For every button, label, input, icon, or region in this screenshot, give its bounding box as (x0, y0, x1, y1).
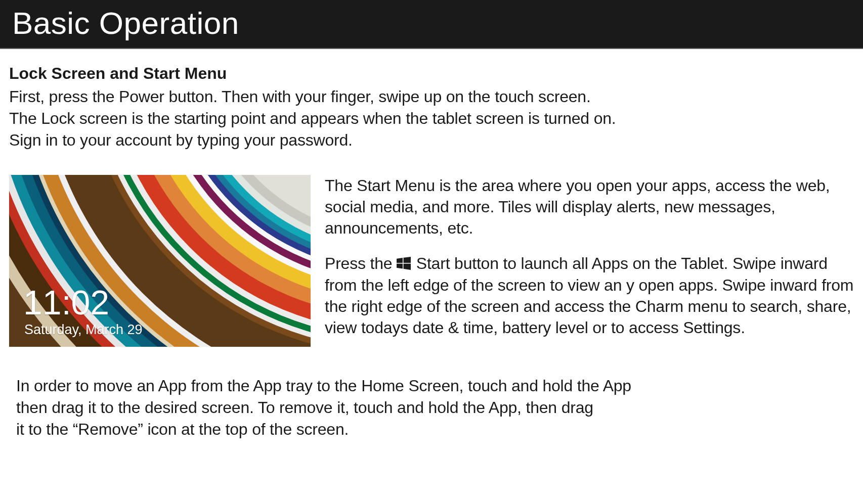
page-header: Basic Operation (0, 0, 863, 49)
bottom-line: then drag it to the desired screen. To r… (16, 397, 854, 419)
svg-marker-31 (404, 257, 411, 263)
middle-row: 11:02 Saturday, March 29 The Start Menu … (9, 175, 854, 347)
side-text: The Start Menu is the area where you ope… (325, 175, 854, 339)
side-paragraph: Press the Start button to launch all App… (325, 253, 854, 338)
intro-line: The Lock screen is the starting point an… (9, 108, 854, 129)
intro-text: First, press the Power button. Then with… (9, 86, 854, 152)
lockscreen-image: 11:02 Saturday, March 29 (9, 175, 311, 347)
windows-start-icon (397, 257, 411, 270)
page-content: Lock Screen and Start Menu First, press … (0, 49, 863, 450)
lockscreen-time: 11:02 (23, 285, 109, 319)
section-subheading: Lock Screen and Start Menu (9, 64, 854, 83)
intro-line: Sign in to your account by typing your p… (9, 129, 854, 151)
lockscreen-date: Saturday, March 29 (24, 322, 143, 338)
bottom-text: In order to move an App from the App tra… (16, 375, 854, 441)
text-fragment: Press the (325, 254, 397, 272)
page-title: Basic Operation (12, 5, 851, 41)
svg-marker-33 (404, 264, 411, 270)
intro-line: First, press the Power button. Then with… (9, 86, 854, 108)
svg-marker-30 (397, 258, 403, 263)
side-paragraph: The Start Menu is the area where you ope… (325, 175, 854, 239)
bottom-line: In order to move an App from the App tra… (16, 375, 854, 397)
bottom-line: it to the “Remove” icon at the top of th… (16, 419, 854, 440)
svg-marker-32 (397, 264, 403, 269)
